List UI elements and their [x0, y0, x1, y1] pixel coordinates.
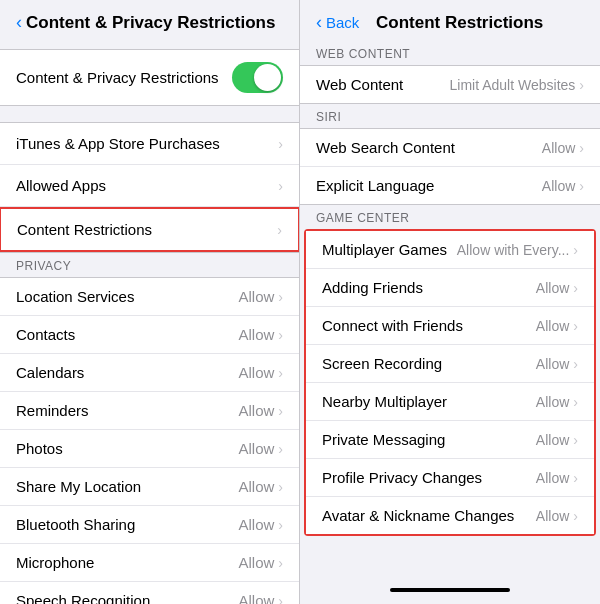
right-adding-friends-right: Allow ›: [536, 280, 578, 296]
privacy-item-contacts-label: Contacts: [16, 326, 75, 343]
privacy-item-bluetooth[interactable]: Bluetooth Sharing Allow ›: [0, 506, 299, 544]
left-panel: ‹ Content & Privacy Restrictions Content…: [0, 0, 300, 604]
privacy-item-speech[interactable]: Speech Recognition Allow ›: [0, 582, 299, 604]
back-icon[interactable]: ‹: [16, 12, 22, 33]
right-screen-recording-value: Allow: [536, 356, 569, 372]
chevron-icon: ›: [278, 593, 283, 605]
right-menu-item-explicit-language-label: Explicit Language: [316, 177, 434, 194]
right-panel: ‹ Back Content Restrictions WEB CONTENT …: [300, 0, 600, 604]
right-web-content-header: WEB CONTENT: [300, 41, 600, 65]
privacy-item-contacts-right: Allow ›: [238, 326, 283, 343]
right-private-messaging-right: Allow ›: [536, 432, 578, 448]
right-menu-item-private-messaging[interactable]: Private Messaging Allow ›: [306, 421, 594, 459]
chevron-icon: ›: [278, 479, 283, 495]
privacy-item-speech-right: Allow ›: [238, 592, 283, 604]
right-back-icon[interactable]: ‹: [316, 12, 322, 33]
right-menu-item-avatar-label: Avatar & Nickname Changes: [322, 507, 514, 524]
right-menu-item-nearby-multiplayer[interactable]: Nearby Multiplayer Allow ›: [306, 383, 594, 421]
right-menu-item-multiplayer[interactable]: Multiplayer Games Allow with Every... ›: [306, 231, 594, 269]
privacy-item-photos[interactable]: Photos Allow ›: [0, 430, 299, 468]
right-menu-item-adding-friends-label: Adding Friends: [322, 279, 423, 296]
privacy-item-contacts[interactable]: Contacts Allow ›: [0, 316, 299, 354]
chevron-icon: ›: [573, 318, 578, 334]
right-web-content-value: Limit Adult Websites: [450, 77, 576, 93]
menu-item-allowed-apps[interactable]: Allowed Apps ›: [0, 165, 299, 207]
chevron-icon: ›: [278, 365, 283, 381]
chevron-icon: ›: [278, 555, 283, 571]
right-menu-item-profile-privacy[interactable]: Profile Privacy Changes Allow ›: [306, 459, 594, 497]
right-menu-item-adding-friends[interactable]: Adding Friends Allow ›: [306, 269, 594, 307]
privacy-item-share-location[interactable]: Share My Location Allow ›: [0, 468, 299, 506]
right-multiplayer-right: Allow with Every... ›: [457, 242, 578, 258]
privacy-item-calendars-value: Allow: [238, 364, 274, 381]
menu-item-content-restrictions[interactable]: Content Restrictions ›: [0, 207, 300, 252]
privacy-item-share-location-label: Share My Location: [16, 478, 141, 495]
right-multiplayer-value: Allow with Every...: [457, 242, 570, 258]
privacy-item-microphone[interactable]: Microphone Allow ›: [0, 544, 299, 582]
right-web-content-section: Web Content Limit Adult Websites ›: [300, 65, 600, 104]
chevron-icon: ›: [573, 242, 578, 258]
right-explicit-language-right: Allow ›: [542, 178, 584, 194]
chevron-icon: ›: [573, 470, 578, 486]
privacy-item-photos-value: Allow: [238, 440, 274, 457]
chevron-icon: ›: [278, 517, 283, 533]
right-nearby-multiplayer-right: Allow ›: [536, 394, 578, 410]
toggle-switch[interactable]: [232, 62, 283, 93]
right-web-search-right: Allow ›: [542, 140, 584, 156]
privacy-section: Location Services Allow › Contacts Allow…: [0, 277, 299, 604]
right-nav-title: Content Restrictions: [376, 13, 571, 33]
privacy-item-photos-right: Allow ›: [238, 440, 283, 457]
chevron-icon: ›: [573, 432, 578, 448]
right-menu-item-connect-friends[interactable]: Connect with Friends Allow ›: [306, 307, 594, 345]
right-siri-section: Web Search Content Allow › Explicit Lang…: [300, 128, 600, 205]
left-nav-title: Content & Privacy Restrictions: [26, 13, 275, 33]
menu-item-allowed-apps-label: Allowed Apps: [16, 177, 106, 194]
privacy-item-location-label: Location Services: [16, 288, 134, 305]
privacy-item-reminders[interactable]: Reminders Allow ›: [0, 392, 299, 430]
right-explicit-language-value: Allow: [542, 178, 575, 194]
right-menu-item-nearby-multiplayer-label: Nearby Multiplayer: [322, 393, 447, 410]
menu-item-itunes[interactable]: iTunes & App Store Purchases ›: [0, 123, 299, 165]
chevron-icon: ›: [277, 222, 282, 238]
home-indicator: [390, 588, 510, 592]
chevron-icon: ›: [278, 403, 283, 419]
privacy-item-bluetooth-value: Allow: [238, 516, 274, 533]
right-menu-item-multiplayer-label: Multiplayer Games: [322, 241, 447, 258]
right-menu-item-web-content[interactable]: Web Content Limit Adult Websites ›: [300, 66, 600, 103]
privacy-item-photos-label: Photos: [16, 440, 63, 457]
right-web-content-right: Limit Adult Websites ›: [450, 77, 584, 93]
right-menu-item-screen-recording[interactable]: Screen Recording Allow ›: [306, 345, 594, 383]
privacy-item-share-location-value: Allow: [238, 478, 274, 495]
chevron-icon: ›: [278, 178, 283, 194]
right-game-center-header: GAME CENTER: [300, 205, 600, 229]
chevron-icon: ›: [573, 280, 578, 296]
privacy-section-header: PRIVACY: [0, 253, 299, 277]
right-nearby-multiplayer-value: Allow: [536, 394, 569, 410]
right-menu-item-avatar[interactable]: Avatar & Nickname Changes Allow ›: [306, 497, 594, 534]
privacy-item-share-location-right: Allow ›: [238, 478, 283, 495]
privacy-item-location-right: Allow ›: [238, 288, 283, 305]
privacy-item-calendars[interactable]: Calendars Allow ›: [0, 354, 299, 392]
chevron-icon: ›: [573, 394, 578, 410]
right-connect-friends-value: Allow: [536, 318, 569, 334]
right-menu-item-screen-recording-label: Screen Recording: [322, 355, 442, 372]
main-menu-section: iTunes & App Store Purchases › Allowed A…: [0, 122, 299, 253]
privacy-item-location-value: Allow: [238, 288, 274, 305]
right-web-search-value: Allow: [542, 140, 575, 156]
game-center-box: Multiplayer Games Allow with Every... › …: [304, 229, 596, 536]
privacy-item-location[interactable]: Location Services Allow ›: [0, 278, 299, 316]
right-adding-friends-value: Allow: [536, 280, 569, 296]
right-profile-privacy-right: Allow ›: [536, 470, 578, 486]
privacy-item-microphone-value: Allow: [238, 554, 274, 571]
toggle-label: Content & Privacy Restrictions: [16, 69, 219, 86]
right-siri-header: SIRI: [300, 104, 600, 128]
chevron-icon: ›: [573, 356, 578, 372]
right-back-text[interactable]: Back: [326, 14, 359, 31]
privacy-item-speech-value: Allow: [238, 592, 274, 604]
privacy-item-bluetooth-right: Allow ›: [238, 516, 283, 533]
right-menu-item-explicit-language[interactable]: Explicit Language Allow ›: [300, 167, 600, 204]
right-screen-recording-right: Allow ›: [536, 356, 578, 372]
privacy-item-reminders-value: Allow: [238, 402, 274, 419]
right-menu-item-web-search[interactable]: Web Search Content Allow ›: [300, 129, 600, 167]
privacy-item-reminders-label: Reminders: [16, 402, 89, 419]
